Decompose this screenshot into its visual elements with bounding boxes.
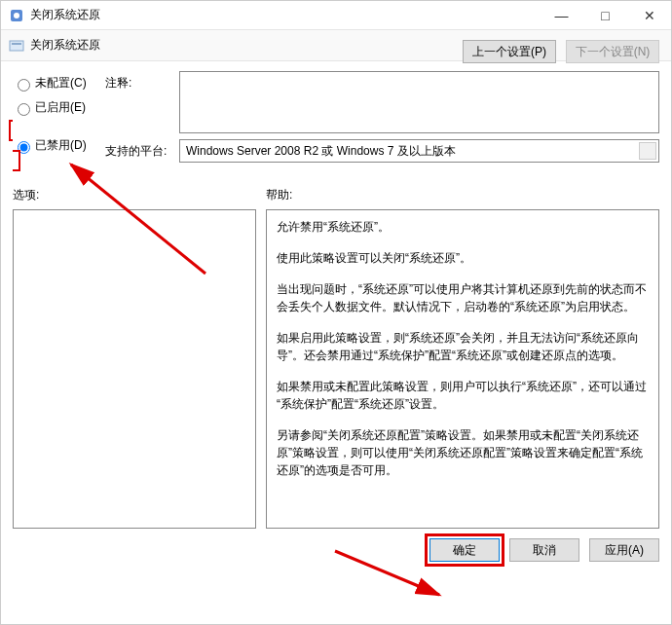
radio-group: 未配置(C) 已启用(E) 已禁用(D) bbox=[13, 71, 95, 167]
options-label: 选项: bbox=[13, 187, 256, 203]
help-text-p4: 如果启用此策略设置，则“系统还原”会关闭，并且无法访问“系统还原向导”。还会禁用… bbox=[277, 329, 649, 364]
platform-label: 支持的平台: bbox=[105, 139, 173, 160]
options-pane[interactable] bbox=[13, 209, 256, 529]
notes-column: 注释: 支持的平台: Windows Server 2008 R2 或 Wind… bbox=[105, 71, 659, 167]
radio-not-configured-input[interactable] bbox=[18, 79, 30, 92]
radio-disabled-input[interactable] bbox=[18, 141, 30, 154]
platform-row: 支持的平台: Windows Server 2008 R2 或 Windows … bbox=[105, 139, 659, 163]
radio-enabled-label: 已启用(E) bbox=[35, 99, 86, 116]
body-area: 未配置(C) 已启用(E) 已禁用(D) 注释: 支持的平台: bbox=[1, 63, 671, 529]
radio-disabled-highlight: 已禁用(D) bbox=[9, 120, 95, 171]
app-icon bbox=[9, 8, 24, 23]
radio-disabled[interactable]: 已禁用(D) bbox=[13, 137, 95, 154]
radio-not-configured[interactable]: 未配置(C) bbox=[13, 75, 95, 92]
platform-field[interactable]: Windows Server 2008 R2 或 Windows 7 及以上版本 bbox=[179, 139, 659, 163]
close-button[interactable]: ✕ bbox=[627, 1, 671, 29]
footer: 确定 取消 应用(A) bbox=[1, 529, 671, 571]
svg-point-1 bbox=[14, 13, 19, 18]
panes-row: 允许禁用“系统还原”。 使用此策略设置可以关闭“系统还原”。 当出现问题时，“系… bbox=[13, 209, 659, 529]
platform-value: Windows Server 2008 R2 或 Windows 7 及以上版本 bbox=[186, 143, 456, 160]
svg-rect-2 bbox=[10, 41, 23, 51]
apply-button[interactable]: 应用(A) bbox=[589, 538, 659, 562]
titlebar: 关闭系统还原 — □ ✕ bbox=[1, 1, 671, 30]
next-setting-button: 下一个设置(N) bbox=[566, 40, 659, 63]
policy-icon bbox=[9, 38, 24, 54]
ok-button[interactable]: 确定 bbox=[429, 538, 500, 562]
help-text-p1: 允许禁用“系统还原”。 bbox=[277, 218, 649, 236]
cancel-button[interactable]: 取消 bbox=[509, 538, 579, 562]
section-labels: 选项: 帮助: bbox=[13, 187, 659, 203]
radio-enabled[interactable]: 已启用(E) bbox=[13, 99, 95, 116]
prev-setting-button[interactable]: 上一个设置(P) bbox=[463, 40, 556, 63]
radio-enabled-input[interactable] bbox=[18, 103, 30, 116]
window-title: 关闭系统还原 bbox=[30, 7, 540, 23]
comment-row: 注释: bbox=[105, 71, 659, 133]
window-controls: — □ ✕ bbox=[540, 1, 671, 29]
config-row: 未配置(C) 已启用(E) 已禁用(D) 注释: 支持的平台: bbox=[13, 71, 659, 167]
help-label: 帮助: bbox=[266, 187, 292, 203]
nav-row: 上一个设置(P) 下一个设置(N) bbox=[1, 30, 671, 63]
help-text-p2: 使用此策略设置可以关闭“系统还原”。 bbox=[277, 249, 649, 267]
minimize-button[interactable]: — bbox=[540, 1, 583, 29]
radio-not-configured-label: 未配置(C) bbox=[35, 75, 87, 92]
radio-disabled-label: 已禁用(D) bbox=[35, 137, 87, 154]
comment-textarea[interactable] bbox=[179, 71, 659, 133]
maximize-button[interactable]: □ bbox=[583, 1, 627, 29]
comment-label: 注释: bbox=[105, 71, 173, 92]
help-text-p5: 如果禁用或未配置此策略设置，则用户可以执行“系统还原”，还可以通过“系统保护”配… bbox=[277, 378, 649, 413]
subheader-title: 关闭系统还原 bbox=[30, 37, 100, 54]
help-text-p3: 当出现问题时，“系统还原”可以使用户将其计算机还原到先前的状态而不会丢失个人数据… bbox=[277, 280, 649, 315]
svg-rect-3 bbox=[12, 43, 21, 45]
help-pane[interactable]: 允许禁用“系统还原”。 使用此策略设置可以关闭“系统还原”。 当出现问题时，“系… bbox=[266, 209, 659, 529]
help-text-p6: 另请参阅“关闭系统还原配置”策略设置。如果禁用或未配置“关闭系统还原”策略设置，… bbox=[277, 426, 649, 479]
